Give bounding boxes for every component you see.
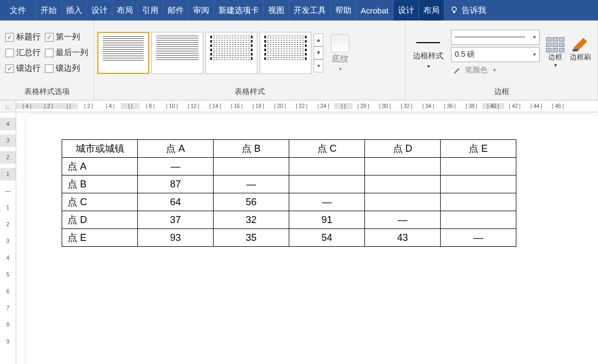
ruler-tick: 8 [6,319,10,331]
table-cell[interactable] [441,211,516,229]
table-cell[interactable]: — [289,193,365,211]
table-column-header[interactable]: 点 A [138,140,214,158]
group-table-styles: ▲ ▼ ▾ 底纹 ▾ 表格样式 [94,21,406,100]
table-cell[interactable]: 37 [138,211,214,229]
table-cell[interactable] [365,176,441,193]
ruler-tick: | 20 | [269,103,291,109]
table-cell[interactable]: 64 [138,193,214,211]
check-header-row[interactable]: ✓标题行 [5,32,41,42]
table-cell[interactable]: 56 [214,193,289,211]
check-last-col[interactable]: 最后一列 [45,48,88,58]
tab-table-design[interactable]: 设计 [394,0,419,21]
border-line-style-combo[interactable]: ▾ [451,30,540,45]
tab-references[interactable]: 引用 [138,0,163,21]
table-cell[interactable]: 91 [289,211,365,229]
tell-me-search[interactable]: 告诉我 [444,0,491,21]
table-cell[interactable] [289,158,365,176]
table-style-thumb[interactable] [260,32,311,74]
check-banded-cols[interactable]: 镶边列 [45,63,88,73]
table-cell[interactable]: 93 [138,229,214,247]
table-cell[interactable] [441,176,516,193]
table-cell[interactable]: 35 [214,229,289,247]
tab-help[interactable]: 帮助 [331,0,356,21]
check-banded-rows-label: 镶边行 [16,63,41,73]
tab-acrobat[interactable]: Acrobat [356,0,394,21]
table-row-header[interactable]: 点 E [62,229,138,247]
table-cell[interactable]: — [138,158,214,176]
tab-home[interactable]: 开始 [36,0,62,21]
ribbon-content: ✓标题行 汇总行 ✓镶边行 ✓第一列 最后一列 镶边列 表格样式选项 ▲ ▼ [0,21,598,100]
horizontal-ruler[interactable]: ∟ | 4 || 2 || || 2 || 4 || || 8 || 10 ||… [0,100,598,112]
table-cell[interactable] [289,176,365,193]
shading-icon [331,34,349,52]
gallery-up-button[interactable]: ▲ [314,33,323,46]
borders-button[interactable]: 边框 ▾ [544,36,567,69]
table-style-thumb[interactable] [205,32,257,74]
tab-table-layout[interactable]: 布局 [419,0,444,21]
tab-insert[interactable]: 插入 [62,0,87,21]
pen-icon [453,66,462,75]
table-column-header[interactable]: 点 D [365,140,441,158]
group-label-table-styles: 表格样式 [94,85,405,100]
document-table[interactable]: 城市或城镇点 A点 B点 C点 D点 E 点 A—点 B87—点 C6456—点… [62,139,516,247]
table-cell[interactable]: 87 [138,176,214,193]
table-cell[interactable] [441,193,516,211]
tab-view[interactable]: 视图 [264,0,289,21]
table-style-thumb[interactable] [151,32,203,74]
table-row-header[interactable]: 点 B [62,176,138,193]
borders-label: 边框 [548,52,562,62]
border-styles-button[interactable]: 边框样式 ▾ [409,34,448,71]
check-total-row[interactable]: 汇总行 [5,48,41,58]
tab-review[interactable]: 审阅 [189,0,214,21]
pen-color-button[interactable]: 笔颜色 ▾ [451,64,540,76]
border-painter-button[interactable]: 边框刷 [568,36,593,69]
table-cell[interactable] [365,193,441,211]
table-column-header[interactable]: 点 E [441,140,516,158]
group-table-style-options: ✓标题行 汇总行 ✓镶边行 ✓第一列 最后一列 镶边列 表格样式选项 [0,21,94,100]
gallery-more-button[interactable]: ▾ [314,59,323,72]
tab-design[interactable]: 设计 [87,0,112,21]
tab-file[interactable]: 文件 [0,0,36,21]
shading-button[interactable]: 底纹 ▾ [325,32,355,74]
table-row: 点 E93355443— [62,229,516,247]
table-style-gallery: ▲ ▼ ▾ 底纹 ▾ [97,32,355,74]
ruler-tick: 2 [6,218,10,231]
ruler-tick: | | [334,103,353,109]
check-first-col[interactable]: ✓第一列 [45,32,88,42]
table-style-thumb[interactable] [97,32,149,74]
table-cell[interactable]: 32 [214,211,289,229]
table-cell[interactable] [214,158,289,176]
vertical-ruler[interactable]: 4321—123456789 [0,112,16,364]
table-row: 点 C6456— [62,193,516,211]
table-row: 点 B87— [62,176,516,193]
check-banded-rows[interactable]: ✓镶边行 [5,63,41,73]
tab-selector[interactable]: ∟ [0,100,16,112]
group-borders: 边框样式 ▾ ▾ 0.5 磅▾ 笔颜色 ▾ 边框 ▾ [406,21,598,100]
table-cell[interactable]: — [441,229,516,247]
table-column-header[interactable]: 点 B [214,140,289,158]
table-row: 点 A— [62,158,516,176]
ruler-tick: | 32 | [396,103,417,109]
table-cell[interactable]: 43 [365,229,441,247]
table-row-header[interactable]: 点 C [62,193,138,211]
table-corner-header[interactable]: 城市或城镇 [62,140,138,158]
table-cell[interactable]: — [214,176,289,193]
table-cell[interactable] [365,158,441,176]
gallery-down-button[interactable]: ▼ [314,46,323,59]
tab-mailings[interactable]: 邮件 [163,0,189,21]
check-first-col-label: 第一列 [56,32,80,42]
tab-newtab[interactable]: 新建选项卡 [214,0,264,21]
table-row-header[interactable]: 点 A [62,158,138,176]
border-weight-combo[interactable]: 0.5 磅▾ [451,47,540,62]
table-cell[interactable] [441,158,516,176]
tab-layout[interactable]: 布局 [112,0,138,21]
table-column-header[interactable]: 点 C [289,140,365,158]
tab-developer[interactable]: 开发工具 [289,0,331,21]
table-row-header[interactable]: 点 D [62,211,138,229]
table-cell[interactable]: 54 [289,229,365,247]
check-total-row-label: 汇总行 [16,48,41,58]
ruler-tick: | 4 | [16,103,38,109]
table-cell[interactable]: — [365,211,441,229]
shading-label: 底纹 [331,53,349,65]
ruler-tick: | 24 | [313,103,334,109]
